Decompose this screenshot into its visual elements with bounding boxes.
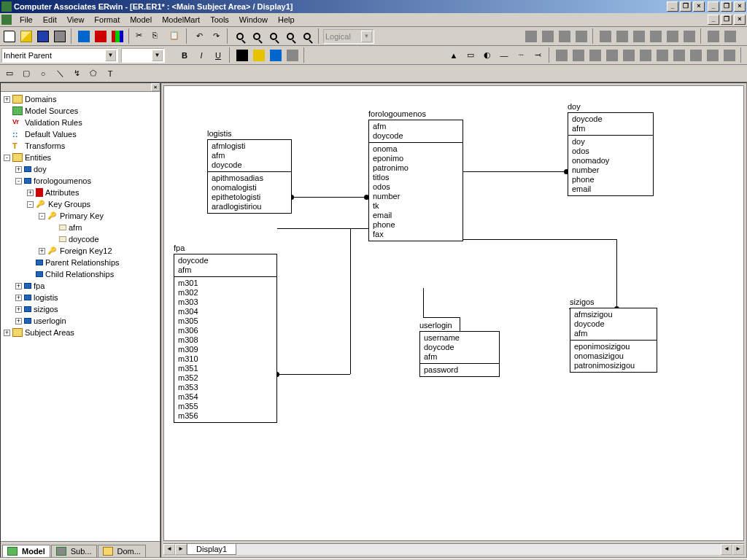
- tree-node[interactable]: +doy: [2, 163, 158, 175]
- tree-node[interactable]: +Attributes: [2, 187, 158, 198]
- maximize-button[interactable]: ❐: [721, 1, 732, 12]
- new-button[interactable]: [1, 28, 18, 44]
- tree-node[interactable]: +Domains: [2, 93, 158, 105]
- align-btn-2[interactable]: [614, 28, 630, 44]
- tf-btn-8[interactable]: [671, 47, 687, 63]
- align-btn-5[interactable]: [665, 28, 681, 44]
- tree-tab-dom[interactable]: Dom...: [98, 545, 146, 557]
- tree-body[interactable]: +DomainsModel SourcesVrValidation Rules:…: [1, 92, 160, 541]
- open-button[interactable]: [18, 28, 34, 44]
- tree-node[interactable]: +Subject Areas: [2, 327, 158, 338]
- entity-fpa[interactable]: doycodeafmm301m302m303m304m305m306m308m3…: [174, 254, 277, 423]
- menu-edit[interactable]: Edit: [38, 14, 62, 26]
- entity-logistis[interactable]: afmlogistiafmdoycodeapithmosadiasonomalo…: [207, 139, 292, 214]
- zoom-sel-button[interactable]: [299, 28, 315, 44]
- tree-toggle[interactable]: +: [15, 166, 22, 173]
- mdi-minimize-button[interactable]: _: [667, 1, 678, 12]
- tree-node[interactable]: ::Default Values: [2, 128, 158, 140]
- tf-btn-2[interactable]: [570, 47, 587, 63]
- tree-node[interactable]: Parent Relationships: [2, 257, 158, 268]
- tf-btn-6[interactable]: [638, 47, 654, 63]
- align-btn-6[interactable]: [681, 28, 697, 44]
- tree-toggle[interactable]: +: [27, 190, 34, 196]
- fill-color-button[interactable]: [251, 47, 267, 63]
- tree-node[interactable]: +🔑Foreign Key12: [2, 245, 158, 257]
- scroll-left-button[interactable]: ◄: [163, 544, 175, 555]
- tree-node[interactable]: -🔑Primary Key: [2, 210, 158, 222]
- mm-btn-2[interactable]: [540, 28, 556, 44]
- tree-node[interactable]: -forologoumenos: [2, 175, 158, 187]
- group-btn-1[interactable]: [705, 28, 721, 44]
- tree-node[interactable]: afm: [2, 222, 158, 233]
- tree-tab-sub[interactable]: Sub...: [51, 545, 97, 557]
- tree-close-button[interactable]: ×: [151, 83, 160, 91]
- nonid-rel-tool[interactable]: ┈: [513, 47, 529, 63]
- underline-button[interactable]: U: [210, 47, 226, 63]
- entity-doy[interactable]: doycodeafmdoyodosonomadoynumberphoneemai…: [568, 112, 654, 196]
- zoom-100-button[interactable]: [282, 28, 298, 44]
- mm-btn-3[interactable]: [557, 28, 573, 44]
- cut-button[interactable]: ✂: [133, 28, 150, 44]
- entity-tool[interactable]: ▭: [462, 47, 479, 63]
- tree-node[interactable]: -Entities: [2, 152, 158, 163]
- bg-color-button[interactable]: [285, 47, 301, 63]
- font-color-button[interactable]: [234, 47, 250, 63]
- tree-toggle[interactable]: +: [4, 330, 10, 336]
- tf-btn-5[interactable]: [621, 47, 637, 63]
- tree-node[interactable]: +sizigos: [2, 303, 158, 315]
- entity-sizigos[interactable]: afmsizigoudoycodeafmeponimosizigouonomas…: [570, 308, 657, 373]
- paste-button[interactable]: 📋: [167, 28, 183, 44]
- tf-btn-11[interactable]: [721, 47, 738, 63]
- group-btn-2[interactable]: [722, 28, 738, 44]
- tree-tab-model[interactable]: Model: [2, 545, 50, 557]
- shape-polygon-button[interactable]: ⬠: [85, 66, 101, 81]
- diagram-canvas[interactable]: logistisafmlogistiafmdoycodeapithmosadia…: [163, 85, 744, 541]
- italic-button[interactable]: I: [193, 47, 209, 63]
- align-btn-1[interactable]: [597, 28, 614, 44]
- bold-button[interactable]: B: [177, 47, 193, 63]
- canvas-hscroll[interactable]: ◄ ► Display1 ◄ ►: [163, 543, 744, 555]
- tf-btn-3[interactable]: [587, 47, 603, 63]
- tree-node[interactable]: Child Relationships: [2, 268, 158, 280]
- close-button[interactable]: ×: [734, 1, 746, 12]
- id-rel-tool[interactable]: —: [496, 47, 512, 63]
- copy-button[interactable]: ⎘: [150, 28, 166, 44]
- tf-btn-9[interactable]: [688, 47, 704, 63]
- tree-toggle[interactable]: -: [15, 178, 22, 184]
- tree-toggle[interactable]: +: [15, 306, 22, 313]
- tree-node[interactable]: +fpa: [2, 280, 158, 292]
- doc-minimize-button[interactable]: _: [708, 15, 719, 25]
- menu-file[interactable]: File: [15, 14, 38, 26]
- scroll-track[interactable]: [236, 544, 721, 555]
- tree-toggle[interactable]: -: [27, 201, 34, 208]
- zoom-out-button[interactable]: [249, 28, 265, 44]
- entity-userlogin[interactable]: usernamedoycodeafmpassword: [419, 331, 500, 377]
- shape-line-button[interactable]: ＼: [52, 66, 68, 81]
- scroll-right2-button[interactable]: ►: [732, 544, 744, 555]
- entity-forologoumenos[interactable]: afmdoycodeonomaeponimopatronimotitlosodo…: [368, 120, 463, 241]
- doc-restore-button[interactable]: ❐: [721, 15, 732, 25]
- tool-blue-button[interactable]: [76, 28, 92, 44]
- tree-toggle[interactable]: -: [39, 213, 45, 219]
- size-dropdown[interactable]: ▼: [121, 48, 165, 63]
- print-button[interactable]: [52, 28, 68, 44]
- undo-button[interactable]: ↶: [191, 28, 207, 44]
- menu-window[interactable]: Window: [234, 14, 273, 26]
- shape-text-button[interactable]: T: [102, 66, 118, 81]
- shape-rect-button[interactable]: ▭: [1, 66, 18, 81]
- zoom-fit-button[interactable]: [266, 28, 282, 44]
- tree-node[interactable]: doycode: [2, 233, 158, 245]
- tree-node[interactable]: VrValidation Rules: [2, 117, 158, 128]
- menu-model[interactable]: Model: [125, 14, 157, 26]
- tree-toggle[interactable]: +: [4, 96, 10, 103]
- tree-toggle[interactable]: +: [15, 318, 22, 324]
- mm-btn-1[interactable]: [523, 28, 539, 44]
- many-rel-tool[interactable]: ⤙: [530, 47, 546, 63]
- tf-btn-1[interactable]: [554, 47, 570, 63]
- tf-btn-4[interactable]: [604, 47, 620, 63]
- tf-btn-7[interactable]: [654, 47, 670, 63]
- mdi-restore-button[interactable]: ❐: [680, 1, 692, 12]
- shape-roundrect-button[interactable]: ▢: [18, 66, 34, 81]
- minimize-button[interactable]: _: [708, 1, 719, 12]
- tree-toggle[interactable]: +: [15, 295, 22, 301]
